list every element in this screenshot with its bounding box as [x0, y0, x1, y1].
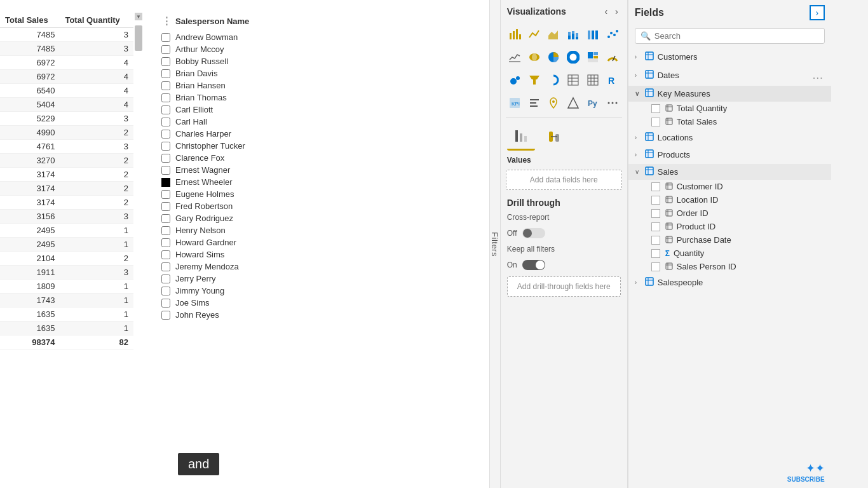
- filter-item[interactable]: Jerry Perry: [161, 273, 489, 285]
- filter-item[interactable]: Jimmy Young: [161, 285, 489, 297]
- filter-item[interactable]: Arthur Mccoy: [161, 43, 489, 55]
- filter-item[interactable]: Gary Rodriguez: [161, 212, 489, 224]
- tree-item-checkbox[interactable]: [651, 182, 660, 191]
- filter-item[interactable]: Henry Nelson: [161, 224, 489, 236]
- filter-item-checkbox[interactable]: [161, 69, 170, 78]
- viz-icon-sparkline[interactable]: [506, 48, 524, 66]
- filter-item[interactable]: Ernest Wagner: [161, 164, 489, 176]
- filter-item-checkbox[interactable]: [161, 33, 170, 42]
- tree-group-header-key-measures[interactable]: ∨Key Measures: [628, 86, 831, 102]
- filter-item[interactable]: Howard Gardner: [161, 236, 489, 248]
- fields-expand-button[interactable]: ›: [810, 5, 825, 20]
- filter-item-checkbox[interactable]: [161, 226, 170, 235]
- viz-icon-line[interactable]: [526, 25, 543, 43]
- tree-group-more[interactable]: …: [812, 69, 825, 82]
- tree-item[interactable]: Order ID: [628, 207, 831, 220]
- tree-item[interactable]: Total Quantity: [628, 102, 831, 115]
- tree-item[interactable]: ΣQuantity: [628, 247, 831, 260]
- filter-item[interactable]: Jeremy Mendoza: [161, 261, 489, 273]
- fields-search-box[interactable]: 🔍: [635, 28, 825, 44]
- table-scrollbar[interactable]: ▲ ▼: [135, 13, 142, 20]
- filter-item-checkbox[interactable]: [161, 287, 170, 295]
- filter-item[interactable]: Fred Robertson: [161, 200, 489, 212]
- filter-item-checkbox[interactable]: [161, 118, 170, 126]
- tree-item-checkbox[interactable]: [651, 222, 660, 231]
- viz-icon-pie[interactable]: [545, 48, 562, 66]
- filter-item[interactable]: Carl Elliott: [161, 104, 489, 116]
- tree-group-header-sales[interactable]: ∨Sales: [628, 164, 831, 180]
- viz-icon-treemap[interactable]: [584, 48, 602, 66]
- viz-nav-left[interactable]: ‹: [602, 5, 610, 18]
- filter-item[interactable]: Brian Hansen: [161, 79, 489, 92]
- filter-item-checkbox[interactable]: [161, 45, 170, 54]
- scroll-thumb[interactable]: [135, 25, 142, 51]
- filter-item[interactable]: Clarence Fox: [161, 152, 489, 164]
- filter-item-checkbox[interactable]: [161, 166, 170, 175]
- viz-icon-donut[interactable]: [564, 48, 582, 66]
- filter-item-checkbox[interactable]: [161, 93, 170, 102]
- filter-item[interactable]: Charles Harper: [161, 128, 489, 140]
- viz-icon-kpi[interactable]: KPI: [506, 94, 524, 112]
- viz-icon-r[interactable]: R: [604, 71, 621, 89]
- viz-icon-100-bar[interactable]: [584, 25, 602, 43]
- viz-icon-radial[interactable]: [545, 71, 562, 89]
- scroll-down[interactable]: ▼: [135, 13, 142, 20]
- viz-icon-gauge[interactable]: [604, 48, 621, 66]
- filter-item-checkbox[interactable]: [161, 202, 170, 211]
- filter-item-checkbox[interactable]: [161, 190, 170, 199]
- filter-item[interactable]: Brian Davis: [161, 67, 489, 79]
- subscribe-label[interactable]: SUBSCRIBE: [787, 476, 825, 483]
- keep-filters-toggle[interactable]: [522, 260, 545, 270]
- tree-item[interactable]: Sales Person ID: [628, 260, 831, 273]
- viz-icon-bar[interactable]: [506, 25, 524, 43]
- filter-item-checkbox[interactable]: [161, 105, 170, 114]
- filter-item-checkbox[interactable]: [161, 274, 170, 283]
- viz-icon-bubble[interactable]: [506, 71, 524, 89]
- viz-icon-python[interactable]: Py: [584, 94, 602, 112]
- filter-item-checkbox[interactable]: [161, 154, 170, 163]
- filter-item[interactable]: Bobby Russell: [161, 55, 489, 67]
- tree-item[interactable]: Total Sales: [628, 115, 831, 128]
- tree-item-checkbox[interactable]: [651, 249, 660, 258]
- viz-icon-map2[interactable]: [545, 94, 562, 112]
- filter-item[interactable]: Ernest Wheeler: [161, 176, 489, 188]
- viz-nav-right[interactable]: ›: [613, 5, 621, 18]
- tree-item-checkbox[interactable]: [651, 196, 660, 205]
- filter-item-checkbox[interactable]: [161, 214, 170, 223]
- viz-icon-stacked-bar[interactable]: [564, 25, 582, 43]
- filter-item[interactable]: Howard Sims: [161, 248, 489, 261]
- viz-icon-funnel[interactable]: [526, 71, 543, 89]
- viz-icon-area[interactable]: [545, 25, 562, 43]
- tree-item-checkbox[interactable]: [651, 118, 660, 126]
- viz-icon-scatter[interactable]: [604, 25, 621, 43]
- filter-item[interactable]: Joe Sims: [161, 297, 489, 309]
- filter-item[interactable]: John Reyes: [161, 309, 489, 321]
- search-input[interactable]: [654, 31, 819, 41]
- tree-item[interactable]: Location ID: [628, 193, 831, 207]
- tree-group-header-customers[interactable]: ›Customers: [628, 49, 831, 65]
- tree-item[interactable]: Product ID: [628, 220, 831, 233]
- tree-item[interactable]: Purchase Date: [628, 233, 831, 247]
- viz-values-drop-zone[interactable]: Add data fields here: [506, 170, 622, 190]
- filter-item[interactable]: Eugene Holmes: [161, 188, 489, 200]
- filter-item-checkbox[interactable]: [161, 238, 170, 247]
- filter-item-checkbox[interactable]: [161, 130, 170, 139]
- filter-item[interactable]: Carl Hall: [161, 116, 489, 128]
- tree-item-checkbox[interactable]: [651, 104, 660, 113]
- filter-item-checkbox[interactable]: [161, 57, 170, 66]
- filter-item-checkbox[interactable]: [161, 311, 170, 320]
- viz-icon-shape[interactable]: [564, 94, 582, 112]
- filter-item[interactable]: Andrew Bowman: [161, 31, 489, 43]
- filter-scroll[interactable]: Andrew BowmanArthur MccoyBobby RussellBr…: [161, 31, 489, 321]
- filter-item[interactable]: Brian Thomas: [161, 92, 489, 104]
- filter-item-checkbox[interactable]: [161, 142, 170, 151]
- tree-item-checkbox[interactable]: [651, 236, 660, 245]
- viz-icon-slicer[interactable]: [526, 94, 543, 112]
- tree-group-header-products[interactable]: ›Products: [628, 147, 831, 163]
- viz-icon-table[interactable]: [564, 71, 582, 89]
- tree-group-header-locations[interactable]: ›Locations: [628, 130, 831, 146]
- filter-item-checkbox[interactable]: [161, 81, 170, 90]
- tree-group-header-salespeople[interactable]: ›Salespeople: [628, 274, 831, 290]
- cross-report-toggle[interactable]: [522, 228, 545, 238]
- tree-group-header-dates[interactable]: ›Dates…: [628, 66, 831, 85]
